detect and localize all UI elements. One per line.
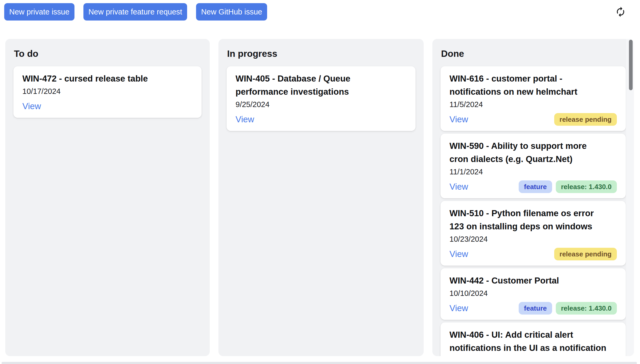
- status-badge: feature: [519, 302, 552, 315]
- card-footer: View featurerelease: 1.430.0: [449, 302, 617, 315]
- refresh-icon: [615, 6, 626, 17]
- view-link[interactable]: View: [22, 101, 41, 111]
- card-win-510[interactable]: WIN-510 - Python filename os error 123 o…: [441, 201, 626, 266]
- card-title: WIN-406 - UI: Add critical alert notific…: [449, 328, 607, 355]
- card-title: WIN-616 - customer portal - notification…: [449, 72, 607, 98]
- column-title: Done: [441, 48, 626, 59]
- card-footer: View: [236, 113, 407, 126]
- status-badge: release pending: [554, 248, 617, 260]
- new-private-issue-button[interactable]: New private issue: [4, 3, 74, 21]
- badge-list: release pending: [554, 113, 617, 126]
- card-title: WIN-405 - Database / Queue performance i…: [236, 72, 393, 98]
- column-todo: To do WIN-472 - cursed release table 10/…: [5, 39, 210, 356]
- card-win-472[interactable]: WIN-472 - cursed release table 10/17/202…: [13, 66, 202, 118]
- card-date: 10/17/2024: [22, 86, 193, 96]
- card-footer: View: [22, 100, 193, 113]
- card-list: WIN-472 - cursed release table 10/17/202…: [13, 66, 202, 118]
- card-win-590[interactable]: WIN-590 - Ability to support more cron d…: [441, 134, 626, 198]
- status-badge: release: 1.430.0: [556, 180, 617, 193]
- toolbar-buttons: New private issueNew private feature req…: [4, 3, 267, 21]
- card-title: WIN-442 - Customer Portal: [449, 274, 607, 287]
- column-title: To do: [14, 48, 202, 59]
- view-link[interactable]: View: [449, 114, 468, 124]
- card-title: WIN-510 - Python filename os error 123 o…: [449, 207, 607, 233]
- horizontal-scrollbar-thumb[interactable]: [2, 362, 637, 364]
- view-link[interactable]: View: [449, 182, 468, 192]
- card-date: 11/1/2024: [449, 167, 617, 177]
- status-badge: release: 1.430.0: [556, 302, 617, 315]
- card-win-405[interactable]: WIN-405 - Database / Queue performance i…: [227, 66, 416, 131]
- card-list: WIN-616 - customer portal - notification…: [441, 66, 626, 356]
- card-win-442[interactable]: WIN-442 - Customer Portal 10/10/2024 Vie…: [441, 268, 626, 320]
- card-date: 9/25/2024: [236, 99, 407, 109]
- new-private-feature-request-button[interactable]: New private feature request: [83, 3, 187, 21]
- card-footer: View release pending: [449, 248, 617, 260]
- card-win-616[interactable]: WIN-616 - customer portal - notification…: [441, 66, 626, 131]
- vertical-scrollbar-thumb[interactable]: [629, 40, 633, 90]
- card-win-406[interactable]: WIN-406 - UI: Add critical alert notific…: [441, 322, 626, 356]
- view-link[interactable]: View: [449, 303, 468, 313]
- column-in-progress: In progress WIN-405 - Database / Queue p…: [218, 39, 424, 356]
- status-badge: feature: [519, 180, 552, 193]
- card-date: 10/23/2024: [449, 234, 617, 244]
- card-date: 11/5/2024: [449, 99, 617, 109]
- card-title: WIN-590 - Ability to support more cron d…: [449, 139, 607, 166]
- new-github-issue-button[interactable]: New GitHub issue: [196, 3, 267, 21]
- column-done: Done WIN-616 - customer portal - notific…: [432, 39, 634, 356]
- card-date: 10/10/2024: [449, 288, 617, 298]
- card-footer: View featurerelease: 1.430.0: [449, 180, 617, 193]
- view-link[interactable]: View: [236, 114, 254, 124]
- card-title: WIN-472 - cursed release table: [22, 72, 180, 85]
- column-title: In progress: [227, 48, 416, 59]
- view-link[interactable]: View: [449, 249, 468, 259]
- board: To do WIN-472 - cursed release table 10/…: [5, 39, 634, 356]
- card-footer: View release pending: [449, 113, 617, 126]
- status-badge: release pending: [554, 113, 617, 126]
- refresh-button[interactable]: [614, 6, 627, 18]
- badge-list: featurerelease: 1.430.0: [519, 302, 617, 315]
- badge-list: release pending: [554, 248, 617, 260]
- badge-list: featurerelease: 1.430.0: [519, 180, 617, 193]
- card-list: WIN-405 - Database / Queue performance i…: [227, 66, 416, 131]
